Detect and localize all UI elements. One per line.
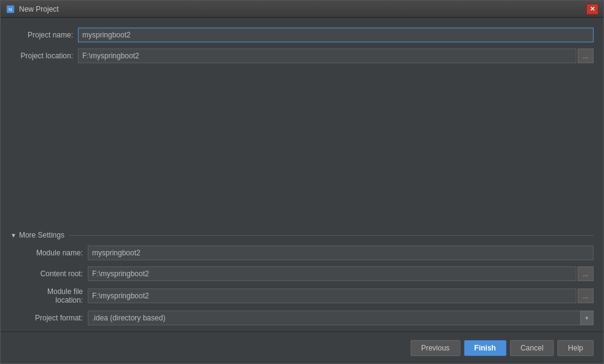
project-location-label: Project location: (10, 52, 78, 60)
content-root-input-container: ... (88, 266, 594, 281)
close-icon: ✕ (590, 6, 595, 12)
content-spacer (10, 69, 594, 231)
project-location-browse-button[interactable]: ... (578, 48, 594, 63)
project-location-input-container: ... (78, 48, 594, 63)
module-file-location-label: Module file location: (20, 287, 88, 304)
project-name-row: Project name: (10, 28, 594, 42)
project-name-input-container (78, 28, 594, 42)
close-button[interactable]: ✕ (586, 4, 598, 15)
svg-text:N: N (9, 7, 12, 12)
content-root-label: Content root: (20, 269, 88, 278)
more-settings-header[interactable]: ▼ More Settings (10, 231, 594, 239)
more-settings-section: ▼ More Settings Module name: Content roo… (10, 231, 594, 331)
app-icon: N (6, 4, 15, 14)
project-format-select[interactable]: .idea (directory based) Eclipse (.classp… (88, 311, 594, 325)
title-bar: N New Project ✕ (1, 1, 603, 18)
expand-triangle-icon: ▼ (10, 232, 17, 239)
help-button[interactable]: Help (557, 340, 594, 356)
more-settings-content: Module name: Content root: ... Module fi… (10, 246, 594, 325)
more-settings-divider (69, 235, 594, 236)
project-format-label: Project format: (20, 314, 88, 322)
previous-button[interactable]: Previous (411, 340, 460, 356)
module-file-location-row: Module file location: ... (20, 287, 594, 304)
project-location-row: Project location: ... (10, 48, 594, 63)
module-name-input[interactable] (88, 246, 594, 260)
module-name-label: Module name: (20, 249, 88, 257)
cancel-button[interactable]: Cancel (510, 340, 554, 356)
dialog-title: New Project (19, 5, 586, 14)
module-name-row: Module name: (20, 246, 594, 260)
module-file-location-input-container: ... (88, 288, 594, 303)
dialog-footer: Previous Finish Cancel Help (1, 331, 603, 363)
dialog-content: Project name: Project location: ... ▼ Mo… (1, 18, 603, 331)
content-root-input[interactable] (88, 266, 576, 281)
project-format-row: Project format: .idea (directory based) … (20, 311, 594, 325)
project-location-input[interactable] (78, 48, 576, 63)
more-settings-label: More Settings (19, 231, 64, 239)
project-format-select-container: .idea (directory based) Eclipse (.classp… (88, 311, 594, 325)
project-name-input[interactable] (78, 28, 594, 42)
module-name-input-container (88, 246, 594, 260)
module-file-location-browse-button[interactable]: ... (578, 288, 594, 303)
project-name-label: Project name: (10, 31, 78, 39)
finish-button[interactable]: Finish (464, 340, 506, 356)
content-root-browse-button[interactable]: ... (578, 266, 594, 281)
content-root-row: Content root: ... (20, 266, 594, 281)
new-project-dialog: N New Project ✕ Project name: Project lo… (0, 0, 604, 364)
module-file-location-input[interactable] (88, 288, 576, 303)
